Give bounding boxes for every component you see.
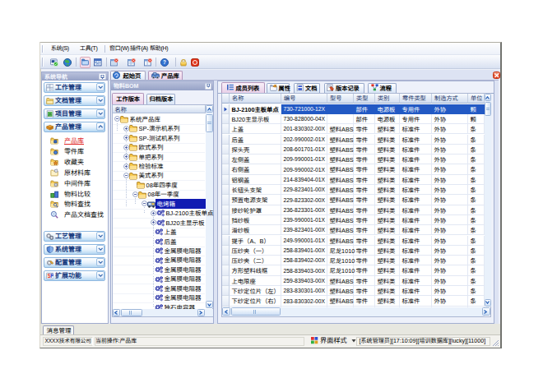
- svg-text:P: P: [50, 273, 53, 279]
- svg-text:7: 7: [329, 87, 332, 91]
- svg-text:?: ?: [163, 59, 166, 65]
